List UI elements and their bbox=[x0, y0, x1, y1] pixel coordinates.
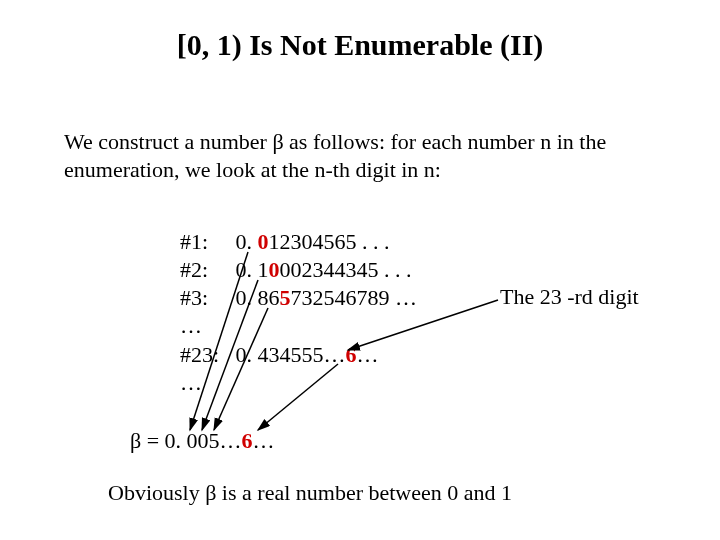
row-label: #23: bbox=[180, 341, 230, 369]
row-post: 12304565 . . . bbox=[269, 229, 390, 254]
row-pre: 0. 86 bbox=[236, 285, 280, 310]
row-post: … bbox=[357, 342, 379, 367]
highlight-digit: 0 bbox=[269, 257, 280, 282]
intro-text: We construct a number β as follows: for … bbox=[64, 128, 664, 183]
enumeration-block: #1: 0. 012304565 . . . #2: 0. 1000234434… bbox=[180, 228, 417, 397]
highlight-digit: 6 bbox=[346, 342, 357, 367]
slide-title: [0, 1) Is Not Enumerable (II) bbox=[0, 28, 720, 62]
row-post: 002344345 . . . bbox=[280, 257, 412, 282]
row-label: #3: bbox=[180, 284, 230, 312]
enum-row-1: #1: 0. 012304565 . . . bbox=[180, 228, 417, 256]
annotation-text: The 23 -rd digit bbox=[500, 284, 639, 310]
enum-row-dots: … bbox=[180, 369, 417, 397]
row-post: 732546789 … bbox=[291, 285, 418, 310]
highlight-digit: 5 bbox=[280, 285, 291, 310]
enum-row-3: #3: 0. 865732546789 … bbox=[180, 284, 417, 312]
row-pre: 0. 434555… bbox=[236, 342, 346, 367]
conclusion-text: Obviously β is a real number between 0 a… bbox=[108, 480, 512, 506]
beta-pre: β = 0. 005… bbox=[130, 428, 242, 453]
slide: [0, 1) Is Not Enumerable (II) We constru… bbox=[0, 0, 720, 540]
highlight-digit: 0 bbox=[258, 229, 269, 254]
enum-row-23: #23: 0. 434555…6… bbox=[180, 341, 417, 369]
row-pre: 0. bbox=[236, 229, 258, 254]
enum-row-2: #2: 0. 10002344345 . . . bbox=[180, 256, 417, 284]
highlight-digit: 6 bbox=[242, 428, 253, 453]
enum-row-dots: … bbox=[180, 312, 417, 340]
row-pre: 0. 1 bbox=[236, 257, 269, 282]
beta-post: … bbox=[253, 428, 275, 453]
row-label: #2: bbox=[180, 256, 230, 284]
row-label: #1: bbox=[180, 228, 230, 256]
beta-line: β = 0. 005…6… bbox=[130, 428, 275, 454]
